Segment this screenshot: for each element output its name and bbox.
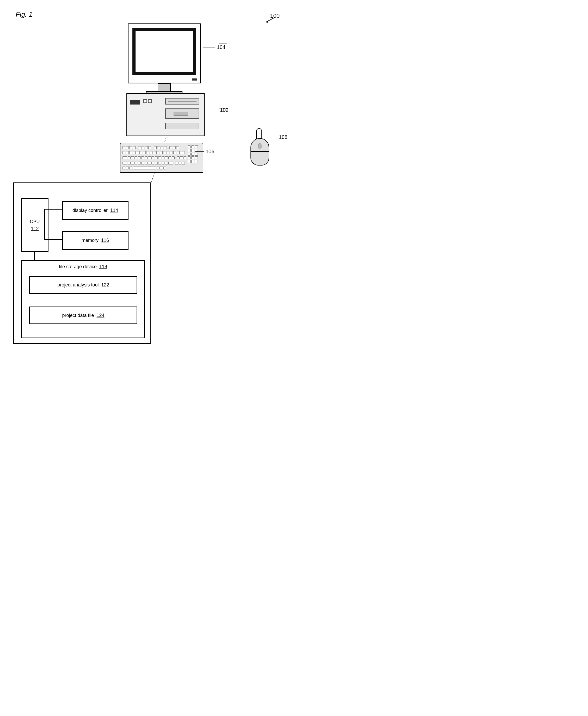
ref-102-line [208,110,218,110]
cpu-ref: 112 [31,226,39,231]
display-controller-box: display controller 114 [62,201,128,220]
file-storage-label-row: file storage device 118 [22,264,144,270]
mouse-component: 108 [250,138,269,166]
memory-ref: 116 [101,238,109,243]
corner-boxes [143,99,152,103]
project-data-file-box: project data file 124 [29,307,138,324]
keyboard-keys [123,145,188,170]
ref-106-label: 106 [195,149,214,154]
figure-label: Fig. 1 [16,10,33,19]
monitor-component: 104 [128,23,201,96]
file-storage-ref: 118 [99,264,107,270]
pdf-ref: 124 [97,313,105,318]
diagram-box: CPU 112 display controller 114 memory 11… [13,183,151,344]
monitor-screen [132,28,196,75]
connector-vertical [44,209,45,240]
power-button [130,100,140,105]
box2 [148,99,152,103]
pat-ref: 122 [101,282,109,288]
drive-3 [165,123,199,129]
file-storage-label: file storage device [59,264,97,270]
system-unit: 102 [126,93,205,136]
connector-h1 [44,209,48,210]
mouse-scroll [258,143,262,149]
pdf-label: project data file [62,313,94,318]
ref-104-line [203,47,215,48]
keyboard [120,143,203,173]
monitor-detail [192,79,197,81]
file-storage-box: file storage device 118 project analysis… [21,260,145,338]
display-controller-ref: 114 [110,208,118,213]
connector-h2 [44,239,48,240]
pat-label: project analysis tool [57,282,99,288]
drive-2-button [173,112,188,116]
ref-108-label: 108 [270,134,288,140]
ref-100-label: 100 [270,13,280,19]
project-analysis-tool-box: project analysis tool 122 [29,276,138,294]
connector-cpu-display [48,209,62,210]
monitor-body [128,23,201,83]
connector-cpu-memory [48,239,62,240]
mouse-divider [251,151,269,152]
ref-102-label: 102 [208,107,229,113]
cpu-label: CPU 112 [30,218,40,232]
ref-106-line [195,151,204,152]
svg-marker-8 [266,20,269,23]
drive-2 [165,108,199,119]
drive-1-slot [168,101,196,102]
monitor-neck [158,83,171,91]
drive-1 [165,98,199,105]
box1 [143,99,147,103]
memory-label: memory [82,238,99,243]
memory-box: memory 116 [62,231,128,250]
ref-108-line [270,137,277,138]
connector-cpu-storage [34,252,35,260]
ref-104-label: 104 [203,44,226,50]
mouse-body [250,138,269,166]
display-controller-label: display controller [72,208,108,213]
spacebar [133,167,156,169]
